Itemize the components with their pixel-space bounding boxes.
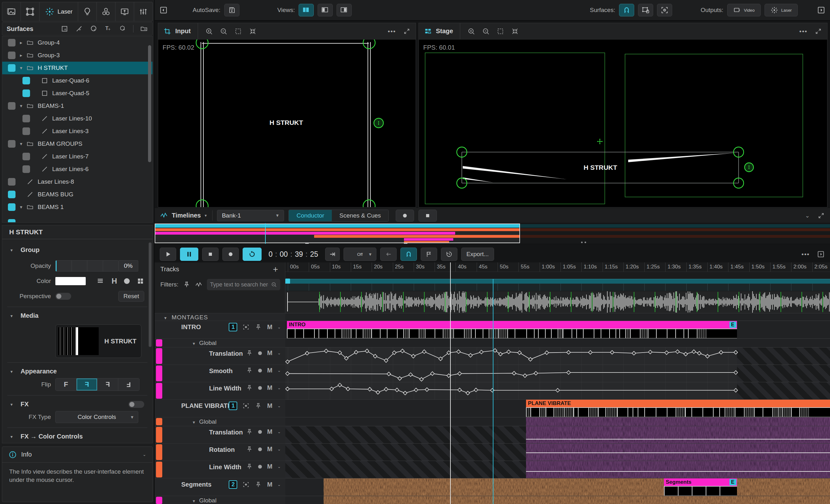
target-icon[interactable] [242, 481, 250, 488]
zoom-out-icon[interactable] [482, 27, 490, 35]
bank-dropdown[interactable]: Bank-1▼ [217, 210, 284, 221]
flip-both-button[interactable]: F [118, 378, 139, 391]
track-row-montages[interactable]: ▼ MONTAGES [155, 313, 285, 321]
tree-scrollbar[interactable] [148, 45, 151, 162]
color-circle-icon[interactable] [124, 278, 130, 284]
expand-panel-icon[interactable] [817, 212, 825, 220]
snap-magnet-button[interactable] [401, 247, 417, 261]
stop-button[interactable] [202, 247, 219, 261]
opacity-slider[interactable] [55, 260, 119, 272]
chevron-down-icon[interactable]: ⌄ [278, 351, 281, 356]
disclosure-triangle[interactable]: ▾ [20, 103, 26, 109]
surface-item-beams-1[interactable]: ▾BEAMS-1 [2, 100, 153, 112]
timeline-minimap[interactable] [155, 223, 830, 244]
audio-waveform[interactable] [285, 291, 830, 313]
track-row-translation[interactable]: TranslationM⌄ [155, 347, 285, 365]
surface-item-beams-1[interactable]: ▾BEAMS 1 [2, 201, 153, 213]
add-line-icon[interactable] [75, 25, 83, 33]
surface-color-swatch[interactable] [8, 140, 15, 148]
flip-horizontal-button[interactable]: F [76, 378, 97, 391]
media-slot[interactable]: H STRUKT [55, 325, 141, 358]
chevron-down-icon[interactable]: ⌄ [278, 385, 281, 390]
mute-button[interactable]: M [267, 463, 272, 470]
snap-mode-dropdown[interactable]: Off▼ [344, 247, 376, 261]
input-canvas[interactable]: FPS: 60.02 H STRUKT [158, 39, 416, 207]
pause-button[interactable] [180, 247, 198, 261]
surface-color-swatch[interactable] [8, 203, 15, 211]
collapse-timeline-icon[interactable]: ⌄ [805, 212, 810, 219]
track-row-intro[interactable]: INTRO1M⌄ [155, 321, 285, 338]
pin-filter-icon[interactable] [183, 281, 190, 289]
fit-view-icon[interactable] [511, 27, 519, 35]
snap-magnet-button[interactable] [619, 4, 634, 16]
laser-output-button[interactable]: Laser [765, 4, 798, 16]
track-row-rotation[interactable]: RotationM⌄ [155, 443, 285, 461]
disclosure-triangle[interactable]: ▾ [20, 204, 26, 210]
surface-item-laser-lines-3[interactable]: Laser Lines-3 [2, 125, 153, 138]
add-group-icon[interactable] [140, 25, 148, 33]
track-row-global[interactable]: ▼ Global [155, 338, 285, 347]
disclosure-triangle[interactable]: ▸ [20, 53, 26, 58]
pin-icon[interactable] [255, 402, 262, 409]
perspective-toggle[interactable] [55, 293, 71, 300]
track-row-translation[interactable]: TranslationM⌄ [155, 426, 285, 443]
mute-button[interactable]: M [267, 445, 272, 453]
chevron-down-icon[interactable]: ⌄ [278, 447, 281, 451]
track-lane-global[interactable] [285, 338, 830, 347]
time-display[interactable]: 0: 00: 39: 25 [265, 250, 321, 259]
expand-panel-icon[interactable] [815, 28, 822, 35]
keyframe-dot-icon[interactable] [258, 386, 262, 390]
clip-segments[interactable]: SegmentsE [664, 478, 737, 486]
surface-item-laser-lines-6[interactable]: Laser Lines-6 [2, 163, 153, 175]
fit-view-icon[interactable] [249, 27, 257, 35]
tab-scenes-cues[interactable]: Scenes & Cues [332, 210, 388, 221]
track-row-global[interactable]: ▼ Global [155, 496, 285, 504]
flip-none-button[interactable]: F [56, 378, 76, 391]
group-section-header[interactable]: ▾Group [2, 241, 153, 257]
keyframe-dot-icon[interactable] [258, 430, 262, 434]
track-lane-translation[interactable] [285, 347, 830, 365]
surface-color-swatch[interactable] [23, 127, 30, 135]
track-lane-line-width[interactable] [285, 382, 830, 399]
track-lane-smooth[interactable] [285, 365, 830, 382]
clip-intro[interactable]: INTROE [287, 321, 737, 329]
zoom-in-icon[interactable] [467, 27, 475, 35]
clip-count-badge[interactable]: 1 [229, 323, 237, 331]
surface-item-laser-lines-7[interactable]: Laser Lines-7 [2, 150, 153, 163]
reset-button[interactable]: Reset [118, 291, 144, 302]
surface-item-laser-lines-10[interactable]: Laser Lines-10 [2, 112, 153, 125]
3d-mode-button[interactable] [97, 2, 116, 21]
track-row-line-width[interactable]: Line WidthM⌄ [155, 461, 285, 478]
expand-panel-icon[interactable] [403, 28, 411, 35]
track-row-segments[interactable]: Segments2M⌄ [155, 478, 285, 496]
properties-scrollbar[interactable] [149, 242, 152, 347]
surface-item-laser-lines-8[interactable]: Laser Lines-8 [2, 175, 153, 188]
more-options-icon[interactable]: ••• [799, 28, 807, 35]
view-left-button[interactable] [318, 4, 333, 16]
surface-color-swatch[interactable] [8, 102, 15, 110]
disclosure-triangle[interactable]: ▾ [20, 65, 26, 71]
flip-vertical-button[interactable]: F [97, 378, 118, 391]
loop-button[interactable] [243, 247, 262, 261]
lock-points-button[interactable] [638, 4, 653, 16]
pin-icon[interactable] [246, 445, 253, 453]
pin-icon[interactable] [255, 324, 262, 331]
track-lane-rotation[interactable] [285, 443, 830, 461]
add-curve-icon[interactable] [90, 25, 98, 33]
view-dual-button[interactable] [298, 4, 314, 16]
surface-color-swatch[interactable] [23, 90, 30, 97]
back-button[interactable] [380, 247, 397, 261]
minimap-viewport[interactable] [155, 224, 520, 243]
surface-color-swatch[interactable] [8, 191, 15, 198]
track-row-line-width[interactable]: Line WidthM⌄ [155, 382, 285, 399]
more-options-icon[interactable]: ••• [388, 28, 396, 35]
disclosure-triangle[interactable]: ▾ [20, 141, 26, 147]
clip-end-badge[interactable]: E [729, 322, 736, 328]
stop-button[interactable] [418, 210, 437, 222]
pin-icon[interactable] [246, 367, 253, 374]
track-lane-global[interactable] [285, 417, 830, 426]
chevron-down-icon[interactable]: ⌄ [278, 482, 281, 487]
laser-mode-button[interactable]: Laser [39, 2, 78, 21]
media-section-header[interactable]: ▾Media [2, 307, 153, 323]
chevron-down-icon[interactable]: ⌄ [143, 452, 146, 457]
